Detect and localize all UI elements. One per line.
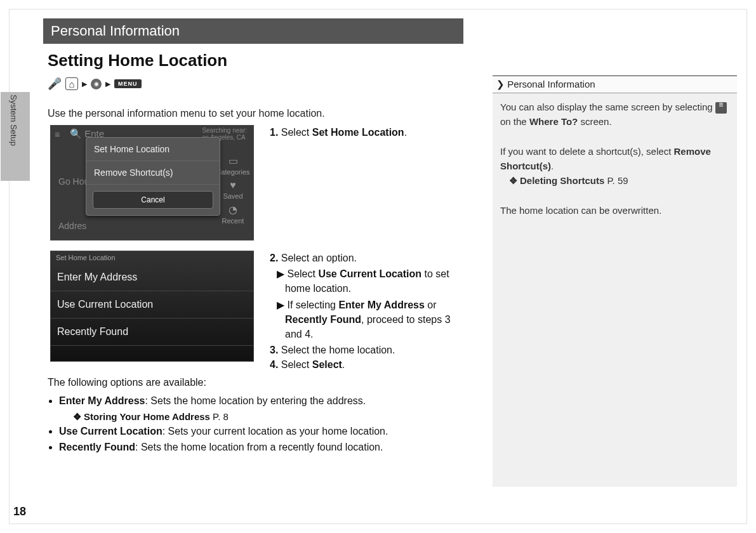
nav-icon: ◉ xyxy=(91,79,102,89)
option-enter-my-address: Enter My Address xyxy=(51,264,253,291)
recent-icon: ◔ xyxy=(215,204,251,216)
page-number: 18 xyxy=(13,505,26,518)
side-label: Recent xyxy=(222,217,244,225)
step-1: 1. Select Set Home Location. xyxy=(270,127,407,138)
option-recently-found: Recently Found xyxy=(51,319,253,346)
intro-text: Use the personal information menu to set… xyxy=(48,108,325,119)
chevron-right-icon: ▶ xyxy=(82,80,87,88)
steps-2-4: 2. Select an option. ▶ Select Use Curren… xyxy=(270,251,460,372)
hamburger-icon: ≡ xyxy=(715,102,727,114)
xref-storing-home: ❖Storing Your Home Address P. 8 xyxy=(59,409,454,424)
sidebar-p3: The home location can be overwritten. xyxy=(500,203,729,218)
side-column: ▭ Categories ♥ Saved ◔ Recent xyxy=(215,151,251,225)
popup-item-set-home: Set Home Location xyxy=(86,138,220,161)
sidebar-p2: If you want to delete a shortcut(s), sel… xyxy=(500,144,729,174)
saved-icon: ♥ xyxy=(215,180,251,191)
side-tab-label: System Setup xyxy=(9,95,18,146)
chapter-title: Personal Information xyxy=(43,18,463,44)
address-tile: Addres xyxy=(58,221,86,231)
nav-breadcrumb: 🎤 ⌂ ▶ ◉ ▶ MENU xyxy=(48,77,142,91)
chevron-right-icon: ▶ xyxy=(105,80,110,88)
screenshot-options-list: Set Home Location Enter My Address Use C… xyxy=(50,251,254,362)
option-use-current-location: Use Current Location xyxy=(51,291,253,319)
popup-menu: Set Home Location Remove Shortcut(s) Can… xyxy=(86,137,220,216)
options-description: The following options are available: Ent… xyxy=(48,375,454,457)
menu-button-icon: MENU xyxy=(114,79,142,88)
sidebar-note: ❯ Personal Information You can also disp… xyxy=(493,76,737,487)
popup-item-remove-shortcut: Remove Shortcut(s) xyxy=(86,161,220,185)
sidebar-header: ❯ Personal Information xyxy=(493,76,737,93)
categories-icon: ▭ xyxy=(215,155,251,167)
side-label: Saved xyxy=(223,192,242,200)
side-label: Categories xyxy=(216,168,249,176)
voice-icon: 🎤 xyxy=(48,77,62,91)
section-heading: Setting Home Location xyxy=(48,51,227,70)
popup-cancel: Cancel xyxy=(93,191,213,209)
side-tab: System Setup xyxy=(1,92,30,181)
sidebar-p1: You can also display the same screen by … xyxy=(500,100,729,129)
hamburger-icon: ≡ xyxy=(55,129,60,140)
screenshot-menu-popup: ≡ 🔍 Ente Searching near:os Angeles, CA G… xyxy=(50,125,254,240)
screenshot2-header: Set Home Location xyxy=(51,251,253,264)
home-icon: ⌂ xyxy=(65,77,78,90)
xref-deleting-shortcuts: ❖Deleting Shortcuts P. 59 xyxy=(500,173,729,188)
